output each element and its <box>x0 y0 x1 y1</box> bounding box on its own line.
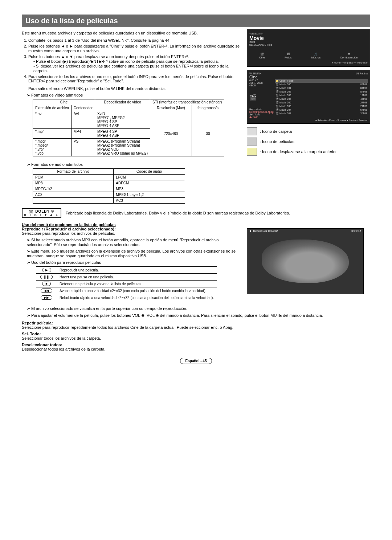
icons-legend: : Icono de carpeta : Icono de películas … <box>247 127 370 156</box>
movie-icon <box>247 138 257 146</box>
folder-icon <box>247 127 257 135</box>
video-formats-heading: Formatos de vídeo admitidos <box>27 93 241 98</box>
play-icon: ▶ <box>42 268 51 272</box>
audio-formats-table: Formato del archivoCódec de audio PCMLPC… <box>33 168 185 204</box>
steps-list: Complete los pasos 1 al 3 de "Uso del me… <box>28 38 241 83</box>
cat-cine-icon: 🎬Cine <box>259 53 265 59</box>
audio-formats-heading: Formatos de audio admitidos <box>27 162 370 167</box>
cat-musica-icon: 🎵Música <box>311 53 320 59</box>
screenshot-movie-menu: WISELINK Movie SUM 861MB/994MB Free 🎬Cin… <box>247 29 370 67</box>
sel-todo-text: Seleccionar todos los archivos de la car… <box>22 336 370 340</box>
play-buttons-table: ▶Reproducir una película. ❚❚Hacer una pa… <box>36 266 217 301</box>
repetir-text: Seleccione para reproducir repetidamente… <box>22 325 370 330</box>
rewind-icon: ◀◀ <box>41 289 52 293</box>
stop-icon: ■ <box>42 282 50 286</box>
step-4: Para seleccionar todos los archivos o un… <box>28 74 241 83</box>
dolby-logo: ▯▯ DOLBY ®D I G I T A L <box>22 208 61 218</box>
page-footer: Español - 45 <box>22 359 370 363</box>
screenshot-movie-list: WISELINK1/1 Página Cine 0:00:47 Jun 1, 2… <box>247 70 370 124</box>
reproducir-heading: Reproducir (Reproducir el archivo selecc… <box>22 227 241 231</box>
animal-image <box>262 240 349 283</box>
screenshot-playback: ⏵ Reproducir 0:04:020:09:35 <box>247 228 364 294</box>
pause-icon: ❚❚ <box>40 275 53 279</box>
intro-text: Este menú muestra archivos y carpetas de… <box>22 31 241 35</box>
step-2: Pulse los botones ◄ o ► para desplazarse… <box>28 44 241 53</box>
back-folder-icon <box>247 148 257 156</box>
rep-note-2: Este menú sólo muestra archivos con la e… <box>27 249 241 258</box>
step-1: Complete los pasos 1 al 3 de "Uso del me… <box>28 38 241 42</box>
reproducir-text: Seleccione para reproducir los archivos … <box>22 231 241 236</box>
repetir-heading: Repetir película: <box>22 321 370 325</box>
sel-todo-heading: Sel. Todo: <box>22 332 370 336</box>
options-heading: Uso del menú de opciones en la lista de … <box>22 222 370 227</box>
deseleccionar-text: Deseleccionar todos los archivos de la c… <box>22 347 370 351</box>
dolby-notice: ▯▯ DOLBY ®D I G I T A L Fabricado bajo l… <box>22 208 370 218</box>
cat-fotos-icon: 🖼Fotos <box>285 53 292 59</box>
note-top: El archivo seleccionado se visualiza en … <box>27 306 370 311</box>
video-formats-table: Cine Decodificador de vídeo STI (Interfa… <box>33 99 224 156</box>
note-vol: Para ajustar el volumen de la película, … <box>27 313 370 318</box>
exit-note: Para salir del modo WISELINK, pulse el b… <box>28 86 241 91</box>
rep-note-1: Si ha seleccionado archivos MP3 con el b… <box>27 238 241 247</box>
page-title: Uso de la lista de películas <box>22 15 370 27</box>
play-btn-heading: Uso del botón para reproducir películas <box>27 260 241 265</box>
cat-config-icon: ⚙Configuración <box>340 53 358 59</box>
ffwd-icon: ▶▶ <box>41 295 52 300</box>
step-3: Pulse los botones ▲ o ▼ para desplazarse… <box>28 54 241 73</box>
deseleccionar-heading: Deseleccionar todos: <box>22 343 370 347</box>
